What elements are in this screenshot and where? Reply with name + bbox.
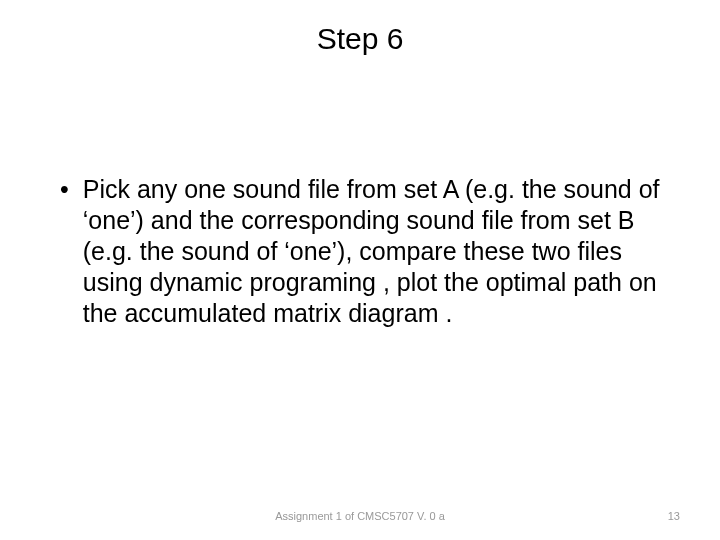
slide-content: • Pick any one sound file from set A (e.… — [0, 56, 720, 329]
bullet-item: • Pick any one sound file from set A (e.… — [60, 174, 660, 329]
slide-title: Step 6 — [0, 0, 720, 56]
footer-text: Assignment 1 of CMSC5707 V. 0 a — [275, 510, 445, 522]
slide: Step 6 • Pick any one sound file from se… — [0, 0, 720, 540]
bullet-marker: • — [60, 174, 69, 205]
bullet-text: Pick any one sound file from set A (e.g.… — [83, 174, 660, 329]
slide-footer: Assignment 1 of CMSC5707 V. 0 a — [0, 510, 720, 522]
page-number: 13 — [668, 510, 680, 522]
